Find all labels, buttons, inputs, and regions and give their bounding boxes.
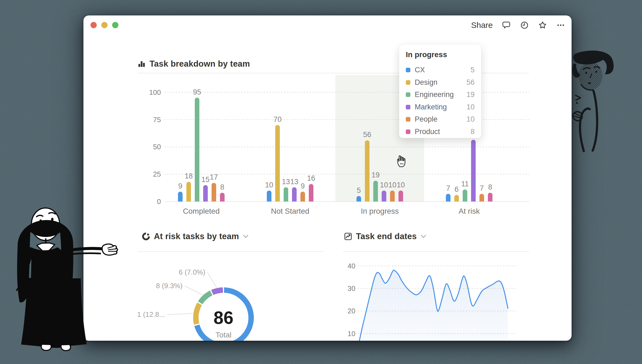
bar-base: [446, 199, 450, 202]
donut-slice[interactable]: [196, 304, 200, 324]
tooltip-series-value: 10: [466, 103, 475, 111]
bar[interactable]: [212, 183, 216, 202]
tooltip-row: Product8: [406, 126, 475, 138]
y-axis-tick-label: 25: [153, 170, 161, 178]
y-axis-tick-label: 40: [348, 262, 355, 270]
bar-value-label: 10: [397, 181, 405, 189]
tooltip-series-label: Marketing: [415, 103, 462, 111]
bar-chart-icon: [138, 60, 146, 68]
bar-value-label: 16: [307, 174, 315, 182]
category-label: Not Started: [271, 207, 309, 215]
bar-value-label: 15: [201, 176, 209, 184]
tooltip-series-value: 5: [471, 66, 475, 74]
donut-chart-icon: [142, 232, 150, 240]
y-axis-tick-label: 100: [149, 88, 161, 96]
bar[interactable]: [365, 140, 369, 202]
tooltip-series-label: Engineering: [415, 90, 462, 99]
bar-value-label: 19: [371, 171, 380, 179]
bar-base: [195, 199, 199, 202]
donut-center-label: Total: [215, 331, 231, 339]
tooltip-series-label: CX: [415, 66, 466, 74]
task-end-dates-area-chart: 40302010: [343, 255, 531, 341]
tooltip-series-label: Product: [415, 128, 466, 136]
tooltip-title: In progress: [406, 50, 475, 59]
bar-value-label: 10: [388, 181, 396, 189]
bar-base: [463, 199, 467, 202]
chevron-down-icon: [243, 235, 249, 238]
line-chart-title: Task end dates: [356, 232, 417, 241]
bar-value-label: 8: [488, 183, 492, 191]
bar-base: [186, 199, 191, 202]
donut-callout-label: 8 (9.3%): [156, 282, 183, 290]
donut-callout-label: 6 (7.0%): [179, 268, 205, 276]
clock-icon[interactable]: [520, 21, 529, 30]
bar-value-label: 5: [357, 186, 361, 194]
category-label: At risk: [459, 207, 480, 215]
series-color-chip: [406, 80, 410, 85]
bar-base: [212, 199, 216, 202]
bar[interactable]: [471, 140, 476, 202]
bar[interactable]: [186, 182, 191, 202]
tooltip-rows: CX5Design56Engineering19Marketing10Peopl…: [406, 64, 475, 138]
bar-base: [220, 199, 225, 202]
bar-base: [479, 199, 484, 202]
bar-base: [356, 199, 361, 202]
bar-base: [203, 199, 208, 202]
tooltip-row: Design56: [406, 76, 475, 89]
bar-chart-header[interactable]: Task breakdown by team: [138, 59, 250, 69]
bar-base: [471, 199, 476, 202]
donut-chart-header[interactable]: At risk tasks by team: [142, 232, 249, 241]
bar-value-label: 13: [282, 178, 290, 186]
bar-value-label: 6: [455, 185, 459, 193]
divider: [138, 251, 323, 252]
bar-value-label: 8: [220, 183, 224, 191]
bar-value-label: 7: [446, 184, 450, 192]
tooltip-series-value: 10: [466, 115, 475, 123]
y-axis-tick-label: 10: [348, 330, 355, 338]
star-icon[interactable]: [538, 21, 547, 30]
donut-slice[interactable]: [212, 290, 223, 292]
bar-value-label: 70: [273, 115, 281, 123]
bar[interactable]: [195, 98, 199, 202]
window-controls: [90, 22, 118, 28]
donut-chart-title: At risk tasks by team: [154, 232, 239, 241]
y-axis-tick-label: 20: [348, 307, 355, 315]
chevron-down-icon: [420, 235, 426, 238]
series-color-chip: [406, 117, 410, 122]
comment-icon[interactable]: [502, 21, 511, 30]
close-window-button[interactable]: [90, 22, 97, 28]
bar[interactable]: [275, 125, 280, 202]
tooltip-series-value: 8: [471, 128, 475, 136]
bar-value-label: 13: [290, 178, 298, 186]
share-button[interactable]: Share: [471, 21, 493, 30]
y-axis-tick-label: 50: [153, 143, 161, 151]
person-thinking-doodle: [568, 49, 642, 157]
zoom-window-button[interactable]: [112, 22, 118, 28]
tooltip-row: People10: [406, 113, 475, 126]
category-label: In progress: [361, 207, 399, 215]
minimize-window-button[interactable]: [101, 22, 108, 28]
divider: [343, 251, 529, 252]
bar-base: [275, 199, 280, 202]
donut-center-value: 86: [213, 308, 233, 328]
bar-value-label: 18: [184, 172, 193, 180]
window-header-actions: Share: [471, 20, 565, 31]
tooltip-row: Engineering19: [406, 89, 475, 101]
bar-base: [390, 199, 395, 202]
bar[interactable]: [373, 181, 378, 202]
more-icon[interactable]: [556, 21, 565, 30]
bar-base: [284, 199, 288, 202]
bar-value-label: 9: [178, 182, 182, 190]
line-chart-icon: [344, 232, 352, 240]
bar-base: [178, 199, 183, 202]
series-color-chip: [406, 129, 410, 134]
desktop-background: Share Task breakdown by team 02550751009…: [0, 0, 642, 364]
bar-base: [365, 199, 369, 202]
line-chart-header[interactable]: Task end dates: [344, 232, 426, 241]
y-axis-tick-label: 75: [153, 116, 161, 124]
bar-base: [300, 199, 305, 202]
series-color-chip: [406, 92, 410, 97]
tooltip-row: CX5: [406, 64, 475, 76]
callout-leader-line: [185, 286, 203, 295]
bar-value-label: 10: [380, 181, 388, 189]
